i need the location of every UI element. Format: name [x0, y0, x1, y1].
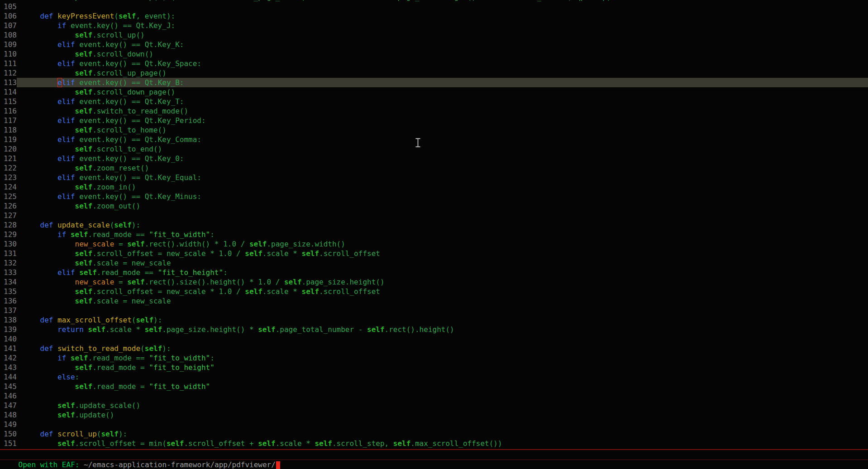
code-line[interactable]: 106 def keyPressEvent(self, event): [0, 11, 868, 21]
code-line[interactable]: 115 elif event.key() == Qt.Key_T: [0, 97, 868, 106]
code-line[interactable]: 117 elif event.key() == Qt.Key_Period: [0, 116, 868, 125]
code-line[interactable]: 123 elif event.key() == Qt.Key_Equal: [0, 173, 868, 182]
code-token: .switch_to_read_mode() [92, 107, 188, 115]
code-token: event.key() == Qt.Key_Equal: [75, 173, 201, 182]
code-line[interactable]: 129 if self.read_mode == "fit_to_width": [0, 230, 868, 239]
code-token: ): [153, 316, 162, 324]
code-line[interactable]: 125 elif event.key() == Qt.Key_Minus: [0, 192, 868, 201]
code-line[interactable]: 112 self.scroll_up_page() [0, 68, 868, 78]
code-line[interactable]: 143 self.read_mode = "fit_to_height" [0, 363, 868, 372]
code-line[interactable]: 141 def switch_to_read_mode(self): [0, 344, 868, 353]
code-token: new_scale [75, 240, 114, 248]
code-line[interactable]: 126 self.zoom_out() [0, 201, 868, 211]
code-line[interactable]: 116 self.switch_to_read_mode() [0, 106, 868, 116]
code-token: .read_mode = [92, 382, 149, 391]
code-line[interactable]: 114 self.scroll_down_page() [0, 87, 868, 97]
code-token: .scale * [276, 439, 315, 448]
code-token: .scroll_up() [92, 31, 145, 39]
code-text: self.read_mode = "fit_to_height" [17, 363, 868, 372]
code-token [23, 31, 75, 39]
code-token [84, 325, 88, 334]
code-line[interactable]: 139 return self.scale * self.page_size.h… [0, 325, 868, 334]
code-editor[interactable]: 104 painter.drawPixmap(0, (index - self.… [0, 0, 868, 449]
line-number: 146 [0, 391, 17, 401]
code-line[interactable]: 149 [0, 420, 868, 429]
line-number: 147 [0, 401, 17, 410]
code-text: elif self.read_mode == "fit_to_height": [17, 268, 868, 277]
code-token: .scroll_offset [319, 249, 380, 258]
code-line[interactable]: 146 [0, 391, 868, 401]
code-line[interactable]: 137 [0, 306, 868, 315]
code-line[interactable]: 144 else: [0, 372, 868, 382]
code-line[interactable]: 132 self.scale = new_scale [0, 258, 868, 268]
line-number: 112 [0, 68, 17, 78]
code-line[interactable]: 150 def scroll_up(self): [0, 429, 868, 439]
code-line[interactable]: 119 elif event.key() == Qt.Key_Comma: [0, 135, 868, 144]
code-token: def [40, 344, 53, 353]
code-token: self [71, 354, 88, 362]
code-line[interactable]: 140 [0, 334, 868, 344]
code-line[interactable]: 136 self.scale = new_scale [0, 296, 868, 306]
code-token: event.key() == Qt.Key_0: [75, 154, 184, 163]
code-line-current[interactable]: 113 elif event.key() == Qt.Key_B: [0, 78, 868, 87]
code-token: = [114, 278, 127, 286]
code-text: self.zoom_out() [17, 201, 868, 211]
line-number: 130 [0, 239, 17, 249]
code-line[interactable]: 122 self.zoom_reset() [0, 163, 868, 173]
code-token [23, 240, 75, 248]
minibuffer-input[interactable]: ~/emacs-application-framework/app/pdfvie… [84, 460, 276, 469]
code-line[interactable]: 108 self.scroll_up() [0, 30, 868, 40]
code-line[interactable]: 147 self.update_scale() [0, 401, 868, 410]
code-line[interactable]: 118 self.scroll_to_home() [0, 125, 868, 135]
code-token [23, 50, 75, 58]
code-token [23, 221, 40, 229]
code-token: "fit_to_height" [149, 363, 215, 372]
code-token: .scale = new_scale [92, 297, 171, 305]
code-line[interactable]: 134 new_scale = self.rect().size().heigh… [0, 277, 868, 287]
code-line[interactable]: 110 self.scroll_down() [0, 49, 868, 59]
code-line[interactable]: 138 def max_scroll_offset(self): [0, 315, 868, 325]
code-token: lif [62, 78, 75, 87]
code-line[interactable]: 145 self.read_mode = "fit_to_width" [0, 382, 868, 391]
code-text: return self.scale * self.page_size.heigh… [17, 325, 868, 334]
code-token [23, 344, 40, 353]
line-number: 126 [0, 201, 17, 211]
code-token [23, 230, 57, 239]
code-line[interactable]: 151 self.scroll_offset = min(self.scroll… [0, 439, 868, 448]
code-line[interactable]: 142 if self.read_mode == "fit_to_width": [0, 353, 868, 363]
code-line[interactable]: 111 elif event.key() == Qt.Key_Space: [0, 59, 868, 68]
code-token: if [57, 354, 66, 362]
code-token [23, 135, 57, 144]
minibuffer[interactable]: Open with EAF: ~/emacs-application-frame… [0, 450, 868, 460]
code-token: return [57, 325, 84, 334]
code-token: self [145, 344, 162, 353]
code-line[interactable]: 109 elif event.key() == Qt.Key_K: [0, 40, 868, 49]
line-number: 116 [0, 106, 17, 116]
code-token: .rect().height() [385, 325, 454, 334]
code-line[interactable]: 120 self.scroll_to_end() [0, 144, 868, 154]
code-line[interactable]: 121 elif event.key() == Qt.Key_0: [0, 154, 868, 163]
code-token: .scale * [337, 0, 376, 1]
code-token: self [75, 287, 93, 296]
code-line[interactable]: 130 new_scale = self.rect().width() * 1.… [0, 239, 868, 249]
code-line[interactable]: 105 [0, 2, 868, 11]
code-line[interactable]: 135 self.scroll_offset = new_scale * 1.0… [0, 287, 868, 296]
code-line[interactable]: 131 self.scroll_offset = new_scale * 1.0… [0, 249, 868, 258]
line-number: 149 [0, 420, 17, 429]
code-text: else: [17, 372, 868, 382]
line-number: 136 [0, 296, 17, 306]
code-token: : [223, 268, 228, 277]
code-line[interactable]: 127 [0, 211, 868, 220]
code-line[interactable]: 133 elif self.read_mode == "fit_to_heigh… [0, 268, 868, 277]
code-token: event.key() == Qt.Key_T: [75, 97, 184, 106]
code-line[interactable]: 107 if event.key() == Qt.Key_J: [0, 21, 868, 30]
code-line[interactable]: 128 def update_scale(self): [0, 220, 868, 230]
code-token: self [75, 297, 93, 305]
line-number: 124 [0, 182, 17, 192]
code-token: self [245, 249, 262, 258]
code-token [23, 88, 75, 96]
code-line[interactable]: 124 self.zoom_in() [0, 182, 868, 192]
code-token [23, 97, 57, 106]
code-line[interactable]: 148 self.update() [0, 410, 868, 420]
code-token: self [75, 202, 93, 210]
